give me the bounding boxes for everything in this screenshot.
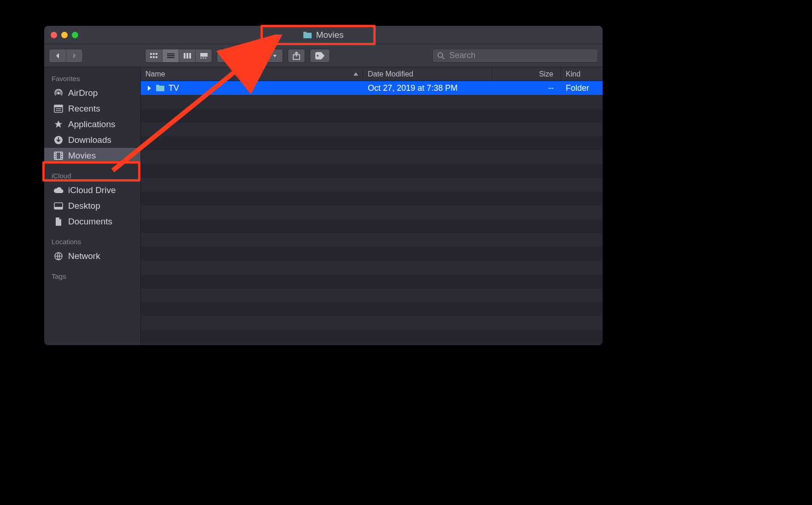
view-gallery-button[interactable] xyxy=(195,49,212,62)
zoom-button[interactable] xyxy=(72,32,78,38)
sidebar-item-airdrop[interactable]: AirDrop xyxy=(44,85,140,101)
svg-rect-33 xyxy=(54,207,63,209)
window-controls xyxy=(51,32,78,38)
svg-rect-3 xyxy=(150,56,152,58)
apps-icon xyxy=(53,119,64,129)
svg-rect-29 xyxy=(54,105,63,107)
file-name: TV xyxy=(168,83,179,93)
sidebar-item-movies[interactable]: Movies xyxy=(44,148,140,164)
column-headers: Name Date Modified Size Kind xyxy=(141,67,603,81)
sidebar-item-label: Network xyxy=(68,251,100,261)
close-button[interactable] xyxy=(51,32,57,38)
sidebar-header-tags: Tags xyxy=(44,270,140,283)
cloud-icon xyxy=(53,185,64,195)
file-list[interactable]: TV Oct 27, 2019 at 7:38 PM -- Folder xyxy=(141,81,603,345)
sidebar-item-label: AirDrop xyxy=(68,88,98,98)
toolbar xyxy=(44,44,603,67)
sidebar-item-applications[interactable]: Applications xyxy=(44,117,140,132)
window-title-text: Movies xyxy=(316,30,343,40)
view-columns-button[interactable] xyxy=(179,49,195,62)
svg-point-23 xyxy=(266,55,267,56)
svg-rect-17 xyxy=(226,52,227,53)
svg-rect-6 xyxy=(167,53,174,54)
share-button[interactable] xyxy=(288,49,305,63)
col-header-date[interactable]: Date Modified xyxy=(363,67,492,81)
sidebar-item-label: Movies xyxy=(68,151,96,161)
svg-rect-2 xyxy=(156,53,157,55)
file-kind: Folder xyxy=(561,83,603,93)
sidebar-header-icloud: iCloud xyxy=(44,170,140,182)
svg-rect-10 xyxy=(186,53,188,59)
svg-rect-16 xyxy=(223,52,225,53)
arrange-button[interactable] xyxy=(217,49,238,62)
sidebar-item-documents[interactable]: Documents xyxy=(44,214,140,229)
svg-rect-8 xyxy=(167,57,174,58)
action-button-group xyxy=(256,49,283,63)
tags-button[interactable] xyxy=(310,49,330,63)
folder-icon xyxy=(156,84,165,92)
svg-rect-9 xyxy=(184,53,186,59)
forward-button[interactable] xyxy=(66,49,82,62)
network-icon xyxy=(53,251,64,261)
nav-buttons xyxy=(49,49,83,63)
search-icon xyxy=(437,52,445,59)
col-header-size[interactable]: Size xyxy=(492,67,561,81)
search-field[interactable] xyxy=(432,49,598,63)
sidebar-header-locations: Locations xyxy=(44,236,140,248)
svg-rect-28 xyxy=(54,106,63,112)
sidebar-item-label: Downloads xyxy=(68,135,111,145)
svg-rect-11 xyxy=(189,53,191,59)
svg-rect-0 xyxy=(150,53,152,55)
col-header-kind[interactable]: Kind xyxy=(561,67,603,81)
svg-rect-20 xyxy=(226,54,227,56)
svg-rect-19 xyxy=(223,54,225,56)
svg-rect-18 xyxy=(228,52,229,53)
view-mode xyxy=(145,49,212,63)
svg-rect-5 xyxy=(156,56,157,58)
svg-point-25 xyxy=(317,55,319,57)
view-icons-button[interactable] xyxy=(145,49,162,62)
back-button[interactable] xyxy=(49,49,66,62)
sidebar-item-recents[interactable]: Recents xyxy=(44,101,140,117)
action-button[interactable] xyxy=(257,49,283,62)
disclosure-triangle-icon[interactable] xyxy=(147,86,152,91)
svg-point-26 xyxy=(438,53,443,57)
movies-icon xyxy=(53,151,64,161)
sidebar-header-favorites: Favorites xyxy=(44,73,140,85)
minimize-button[interactable] xyxy=(61,32,68,38)
finder-window: Movies xyxy=(44,25,603,346)
sidebar: Favorites AirDrop Recents Applications D… xyxy=(44,67,141,345)
sidebar-item-network[interactable]: Network xyxy=(44,248,140,264)
file-date: Oct 27, 2019 at 7:38 PM xyxy=(363,83,492,93)
svg-rect-4 xyxy=(153,56,155,58)
svg-rect-1 xyxy=(153,53,155,55)
downloads-icon xyxy=(53,135,64,145)
file-row[interactable]: TV Oct 27, 2019 at 7:38 PM -- Folder xyxy=(141,81,603,95)
search-input[interactable] xyxy=(448,50,593,61)
svg-rect-14 xyxy=(203,58,204,59)
sidebar-item-label: iCloud Drive xyxy=(68,185,116,195)
sidebar-item-label: Recents xyxy=(68,104,100,114)
airdrop-icon xyxy=(53,88,64,98)
svg-rect-13 xyxy=(200,58,202,59)
desktop-icon xyxy=(53,201,64,211)
view-list-button[interactable] xyxy=(162,49,179,62)
recents-icon xyxy=(53,104,64,114)
sidebar-item-icloud-drive[interactable]: iCloud Drive xyxy=(44,182,140,198)
titlebar: Movies xyxy=(44,26,603,44)
svg-rect-15 xyxy=(205,58,206,59)
svg-point-27 xyxy=(58,92,59,94)
folder-icon xyxy=(303,31,312,39)
sidebar-item-desktop[interactable]: Desktop xyxy=(44,198,140,214)
window-title: Movies xyxy=(303,30,343,40)
file-size: -- xyxy=(492,83,561,93)
svg-rect-7 xyxy=(167,55,174,56)
docs-icon xyxy=(53,217,64,227)
svg-rect-12 xyxy=(200,53,208,57)
svg-rect-21 xyxy=(228,54,229,56)
sidebar-item-label: Documents xyxy=(68,217,112,227)
content-area: Name Date Modified Size Kind xyxy=(141,67,603,345)
sort-asc-icon xyxy=(354,72,358,76)
col-header-name[interactable]: Name xyxy=(141,67,363,81)
sidebar-item-downloads[interactable]: Downloads xyxy=(44,132,140,148)
